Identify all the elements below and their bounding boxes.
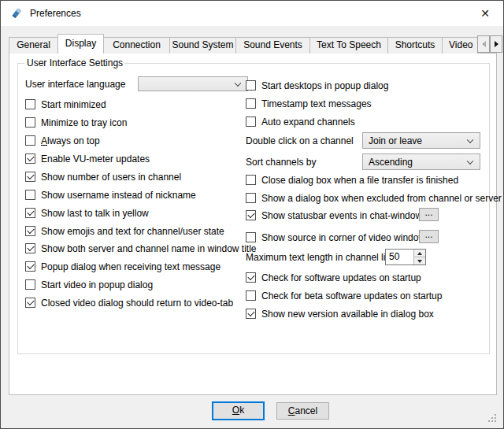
checkbox-label: Start minimized (41, 99, 106, 110)
checkbox[interactable] (25, 190, 35, 200)
scroll-left-icon (482, 41, 486, 47)
checkbox-label: Start video in popup dialog (41, 279, 153, 290)
double-click-label: Double click on a channel (246, 135, 354, 146)
check-row: Show emojis and text for channel/user st… (25, 225, 224, 237)
checkbox[interactable] (25, 153, 35, 164)
check-row: Start minimized (25, 98, 106, 110)
checkbox[interactable] (25, 298, 35, 308)
cancel-button-label: Cancel (288, 403, 317, 419)
sort-channels-row: Sort channels by (246, 156, 316, 168)
tab-shortcuts[interactable]: Shortcuts (387, 37, 443, 54)
tab-sound-system[interactable]: Sound System (169, 37, 236, 54)
checkbox[interactable] (25, 135, 35, 146)
sort-channels-combobox[interactable]: Ascending (362, 153, 480, 170)
checkbox-label: Auto expand channels (261, 116, 355, 128)
checkbox[interactable] (246, 193, 256, 203)
checkbox-label: Check for beta software updates on start… (261, 290, 442, 301)
ok-button[interactable]: Ok (212, 401, 265, 420)
check-row: Show number of users in channel (25, 171, 181, 183)
spin-down-button[interactable] (414, 257, 425, 264)
group-title: User Interface Settings (24, 57, 125, 68)
check-row: Auto expand channels (246, 116, 355, 128)
checkbox[interactable] (25, 279, 35, 290)
tab-sound-events[interactable]: Sound Events (235, 37, 310, 54)
statusbar-events-more-button[interactable]: ... (419, 208, 439, 221)
statusbar-events-row: Show statusbar events in chat-window (246, 209, 422, 221)
close-icon[interactable]: ✕ (473, 4, 497, 23)
check-row: Popup dialog when receiving text message (25, 261, 220, 272)
checkbox[interactable] (25, 226, 35, 236)
check-row: Show a dialog box when excluded from cha… (246, 192, 502, 204)
double-click-combobox[interactable]: Join or leave (362, 132, 480, 149)
checkbox[interactable] (246, 98, 256, 109)
check-row: Always on top (25, 135, 100, 146)
language-combobox[interactable] (138, 76, 248, 91)
resize-grip[interactable] (488, 414, 498, 423)
language-row: User interface language (25, 78, 125, 90)
title-bar[interactable]: Preferences ✕ (1, 1, 503, 26)
video-source-more-button[interactable]: ... (419, 230, 439, 243)
checkbox[interactable] (246, 210, 256, 220)
check-row: Closed video dialog should return to vid… (25, 297, 233, 309)
tab-scroll-left-button[interactable] (477, 35, 490, 53)
checkbox-label: Timestamp text messages (261, 98, 372, 109)
spinner-buttons (413, 250, 425, 264)
check-row: Check for software updates on startup (246, 272, 421, 283)
tab-text-to-speech[interactable]: Text To Speech (309, 37, 388, 54)
ok-button-label: Ok (232, 403, 244, 417)
checkbox[interactable] (25, 117, 35, 128)
chevron-down-icon (467, 136, 473, 142)
chevron-down-icon (235, 80, 241, 86)
checkbox[interactable] (246, 309, 256, 319)
checkbox-label: Show username instead of nickname (41, 190, 196, 201)
tab-video[interactable]: Video (442, 37, 478, 54)
checkbox[interactable] (246, 175, 256, 185)
tab-display[interactable]: Display (57, 34, 104, 54)
checkbox-label: Show source in corner of video window (261, 232, 425, 243)
tab-connection[interactable]: Connection (103, 37, 170, 54)
checkbox[interactable] (246, 290, 256, 301)
checkbox[interactable] (25, 261, 35, 272)
check-row: Timestamp text messages (246, 98, 372, 109)
app-icon (10, 7, 23, 20)
tab-scroll-right-button[interactable] (490, 35, 502, 53)
checkbox-label: Start desktops in popup dialog (261, 80, 388, 91)
preferences-dialog: Preferences ✕ General Display Connection… (0, 0, 504, 429)
check-row: Check for beta software updates on start… (246, 290, 442, 301)
checkbox[interactable] (246, 272, 256, 283)
checkbox[interactable] (246, 80, 256, 91)
checkbox-label: Show statusbar events in chat-window (261, 210, 422, 221)
check-row: Start video in popup dialog (25, 279, 153, 290)
check-row: Show last to talk in yellow (25, 207, 149, 219)
checkbox[interactable] (25, 99, 35, 109)
check-row: Close dialog box when a file transfer is… (246, 174, 458, 186)
check-row: Minimize to tray icon (25, 116, 127, 128)
cancel-button[interactable]: Cancel (276, 402, 329, 420)
check-row: Show new version available in dialog box (246, 308, 434, 320)
checkbox[interactable] (246, 232, 256, 242)
checkbox-label: Show both server and channel name in win… (41, 243, 257, 254)
check-row: Start desktops in popup dialog (246, 80, 388, 91)
window-title: Preferences (30, 8, 81, 19)
checkbox[interactable] (25, 243, 35, 253)
check-row: Enable VU-meter updates (25, 153, 150, 165)
max-text-length-value: 50 (386, 250, 413, 264)
checkbox-label: Show a dialog box when excluded from cha… (261, 193, 502, 204)
arrow-up-icon (417, 252, 422, 255)
tab-general[interactable]: General (9, 37, 58, 54)
sort-channels-value: Ascending (369, 157, 413, 168)
max-text-length-spinner[interactable]: 50 (385, 249, 426, 265)
check-row: Show both server and channel name in win… (25, 242, 257, 254)
spin-up-button[interactable] (414, 250, 425, 257)
checkbox[interactable] (25, 208, 35, 218)
checkbox-label: Always on top (41, 135, 100, 146)
checkbox[interactable] (246, 116, 256, 127)
scroll-right-icon (495, 41, 498, 47)
checkbox-label: Closed video dialog should return to vid… (41, 298, 233, 309)
checkbox[interactable] (25, 172, 35, 182)
checkbox-label: Close dialog box when a file transfer is… (261, 175, 458, 186)
arrow-down-icon (417, 260, 422, 263)
checkbox-label: Show new version available in dialog box (261, 309, 434, 320)
check-row: Show username instead of nickname (25, 189, 196, 201)
chevron-down-icon (467, 157, 473, 164)
